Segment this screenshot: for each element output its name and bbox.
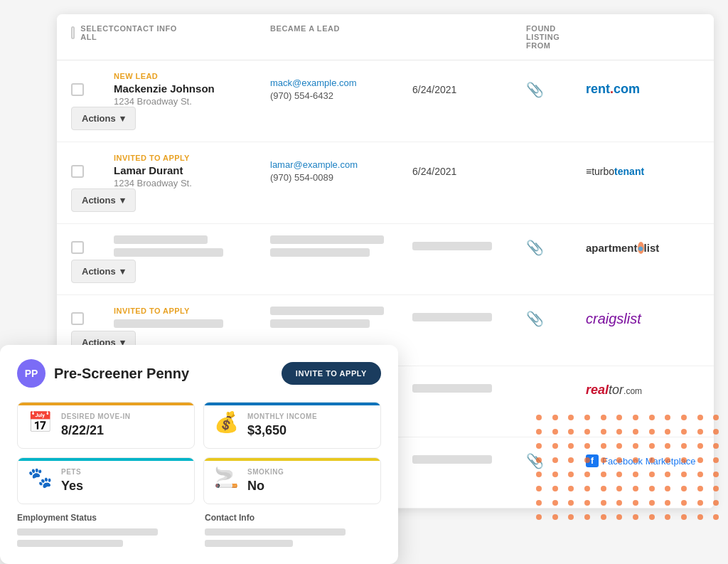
pets-content: PETS Yes xyxy=(61,468,83,494)
table-header: SELECT ALL CONTACT INFO BECAME A LEAD FO… xyxy=(57,14,714,60)
smoking-content: SMOKING No xyxy=(247,468,284,494)
row1-contact: mack@example.com (970) 554-6432 xyxy=(270,78,412,101)
clip-icon: 📎 xyxy=(526,82,544,97)
row1-checkbox[interactable] xyxy=(71,83,84,96)
pets-card: 🐾 PETS Yes xyxy=(17,457,195,504)
row6-date xyxy=(412,455,526,467)
contact-section: Contact Info xyxy=(205,513,381,547)
table-row: NEW LEAD Mackenzie Johnson 1234 Broadway… xyxy=(57,60,714,142)
row2-name: Lamar Durant xyxy=(114,164,270,176)
move-in-card: 📅 DESIRED MOVE-IN 8/22/21 xyxy=(17,402,195,449)
income-inner: 💰 MONTHLY INCOME $3,650 xyxy=(214,413,370,438)
prescreener-name: Pre-Screener Penny xyxy=(54,366,273,382)
select-all-header: SELECT ALL xyxy=(71,24,114,50)
dollar-icon: 💰 xyxy=(214,413,239,432)
move-in-content: DESIRED MOVE-IN 8/22/21 xyxy=(61,413,131,438)
row2-actions-button[interactable]: Actions ▾ xyxy=(71,188,136,212)
contact-blur-2 xyxy=(205,540,293,547)
employment-blur-2 xyxy=(17,540,123,547)
income-content: MONTHLY INCOME $3,650 xyxy=(247,413,317,438)
row2-contact: lamar@example.com (970) 554-0089 xyxy=(270,159,412,183)
row1-date: 6/24/2021 xyxy=(412,84,526,95)
smoking-card: 🚬 SMOKING No xyxy=(203,457,381,504)
row3-contact xyxy=(270,235,412,260)
contact-info-label: Contact Info xyxy=(205,513,381,523)
row2-checkbox-col xyxy=(71,165,114,178)
row3-checkbox[interactable] xyxy=(71,241,84,254)
row6-source: f Facebook Marketplace xyxy=(586,454,700,467)
contact-blur xyxy=(205,528,346,536)
move-in-inner: 📅 DESIRED MOVE-IN 8/22/21 xyxy=(28,413,184,438)
table-row: 📎 apartment●list Actions ▾ xyxy=(57,224,714,295)
employment-section: Employment Status xyxy=(17,513,193,547)
prescreener-header: PP Pre-Screener Penny INVITE TO APPLY xyxy=(17,359,381,388)
smoking-label: SMOKING xyxy=(247,468,284,476)
chevron-down-icon: ▾ xyxy=(120,195,125,206)
smoking-inner: 🚬 SMOKING No xyxy=(214,468,370,494)
row2-status: INVITED TO APPLY xyxy=(114,154,270,162)
row2-checkbox[interactable] xyxy=(71,165,84,178)
rent-logo: rent.com xyxy=(586,82,700,97)
row3-clip: 📎 xyxy=(526,239,586,256)
row4-source: craigslist xyxy=(586,311,700,327)
select-all-checkbox[interactable] xyxy=(71,26,75,39)
row2-actions: Actions ▾ xyxy=(71,188,114,212)
row1-phone: (970) 554-6432 xyxy=(270,90,412,101)
row4-date xyxy=(412,313,526,324)
invite-to-apply-button[interactable]: INVITE TO APPLY xyxy=(282,362,381,385)
row4-contact xyxy=(270,307,412,331)
became-lead-header: BECAME A LEAD xyxy=(270,24,412,50)
row2-date: 6/24/2021 xyxy=(412,166,526,177)
row3-actions-button[interactable]: Actions ▾ xyxy=(71,260,136,283)
row3-actions: Actions ▾ xyxy=(71,260,114,283)
row3-lead-info xyxy=(114,235,270,260)
apartment-list-logo: apartment●list xyxy=(586,242,700,254)
turbotenant-logo: ≡turbotenant xyxy=(586,165,700,178)
income-value: $3,650 xyxy=(247,423,317,438)
facebook-marketplace-logo: f Facebook Marketplace xyxy=(586,454,700,467)
row3-date xyxy=(412,242,526,253)
row1-name: Mackenzie Johnson xyxy=(114,83,270,95)
row2-source: ≡turbotenant xyxy=(586,165,700,178)
row2-phone: (970) 554-0089 xyxy=(270,172,412,183)
prescreener-avatar: PP xyxy=(17,359,46,388)
row4-checkbox-col xyxy=(71,312,114,325)
chevron-down-icon: ▾ xyxy=(120,113,125,124)
prescreener-info-grid: 📅 DESIRED MOVE-IN 8/22/21 💰 MONTHLY INCO… xyxy=(17,402,381,504)
clip-icon: 📎 xyxy=(526,240,544,255)
realtor-logo: realtor.com xyxy=(586,383,700,398)
row3-checkbox-col xyxy=(71,241,114,254)
row1-source: rent.com xyxy=(586,82,700,97)
prescreener-card: PP Pre-Screener Penny INVITE TO APPLY 📅 … xyxy=(0,345,398,564)
facebook-icon: f xyxy=(586,454,599,467)
craigslist-logo: craigslist xyxy=(586,311,700,327)
row1-clip: 📎 xyxy=(526,81,586,98)
attachment-header xyxy=(412,24,526,50)
row1-checkbox-col xyxy=(71,83,114,96)
prescreener-footer: Employment Status Contact Info xyxy=(17,513,381,547)
row6-clip: 📎 xyxy=(526,452,586,469)
table-row: INVITED TO APPLY Lamar Durant 1234 Broad… xyxy=(57,142,714,224)
pets-value: Yes xyxy=(61,479,83,494)
found-from-header: FOUND LISTING FROM xyxy=(526,24,586,50)
row4-status: INVITED TO APPLY xyxy=(114,307,270,315)
row2-email[interactable]: lamar@example.com xyxy=(270,159,412,170)
move-in-label: DESIRED MOVE-IN xyxy=(61,413,131,420)
row4-checkbox[interactable] xyxy=(71,312,84,325)
row1-lead-info: NEW LEAD Mackenzie Johnson 1234 Broadway… xyxy=(114,72,270,107)
income-card: 💰 MONTHLY INCOME $3,650 xyxy=(203,402,381,449)
row1-actions-button[interactable]: Actions ▾ xyxy=(71,107,136,130)
calendar-icon: 📅 xyxy=(28,413,53,432)
clip-icon: 📎 xyxy=(526,311,544,326)
row2-lead-info: INVITED TO APPLY Lamar Durant 1234 Broad… xyxy=(114,154,270,188)
smoking-icon: 🚬 xyxy=(214,468,239,488)
clip-icon: 📎 xyxy=(526,453,544,469)
contact-header: CONTACT INFO xyxy=(114,24,270,50)
pets-label: PETS xyxy=(61,468,83,476)
actions-header xyxy=(586,24,700,50)
row4-lead-info: INVITED TO APPLY xyxy=(114,307,270,331)
row5-source: realtor.com xyxy=(586,383,700,398)
row1-status: NEW LEAD xyxy=(114,72,270,80)
row1-email[interactable]: mack@example.com xyxy=(270,78,412,88)
move-in-value: 8/22/21 xyxy=(61,423,131,438)
